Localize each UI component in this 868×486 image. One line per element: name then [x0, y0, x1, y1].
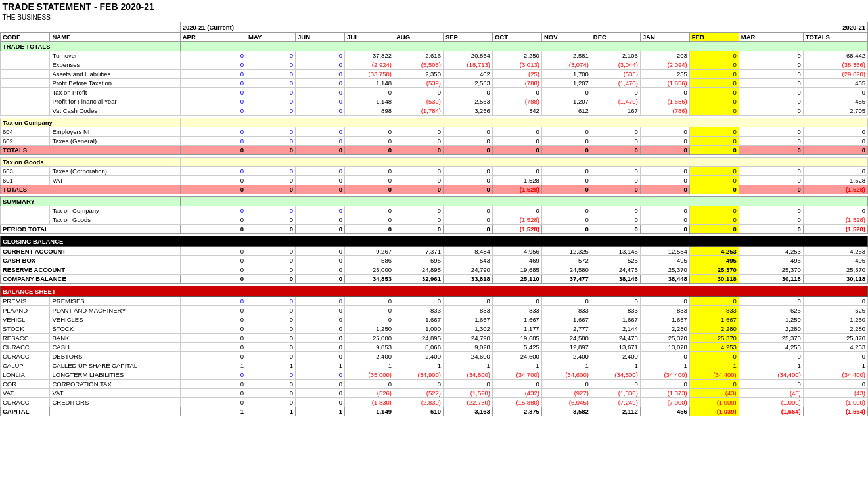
turnover-feb: 0 [689, 51, 739, 60]
bs-vat-row: VAT VAT 0 0 0 (526) (522) (1,528) (432) … [1, 388, 868, 397]
col-aug-header: AUG [394, 32, 443, 41]
subtitle-row: THE BUSINESS [1, 13, 868, 22]
calup-row: CALUP CALLED UP SHARE CAPITAL 1 1 1 1 1 … [1, 361, 868, 370]
turnover-mar: 0 [739, 51, 803, 60]
current-account-row: CURRENT ACCOUNT 0 0 0 9,267 7,371 8,484 … [1, 246, 868, 255]
summary-tax-goods-row: Tax on Goods 0 0 0 0 0 0 (1,528) 0 0 0 0… [1, 215, 868, 224]
closing-balance-header: CLOSING BALANCE [1, 236, 868, 246]
col-feb-header: FEB [689, 32, 739, 41]
employers-ni-row: 604 Employers NI 0 0 0 0 0 0 0 0 0 0 0 0… [1, 127, 868, 136]
col-dec-header: DEC [591, 32, 640, 41]
vat-cash-row: Vat Cash Codes 0 0 0 898 (1,784) 3,256 3… [1, 106, 868, 115]
col-jan-header: JAN [640, 32, 689, 41]
turnover-aug: 2,616 [394, 51, 443, 60]
turnover-jul: 37,822 [345, 51, 394, 60]
curacc-creditors-row: CURACC CREDITORS 0 0 0 (1,830) (2,830) (… [1, 397, 868, 407]
col-may-header: MAY [246, 32, 296, 41]
assets-row: Assets and Liabilities 0 0 0 (33,750) 2,… [1, 69, 868, 78]
expenses-name: Expenses [50, 60, 180, 69]
tax-company-totals-row: TOTALS 0 0 0 0 0 0 0 0 0 0 0 0 0 [1, 145, 868, 154]
business-name: THE BUSINESS [1, 13, 181, 22]
premis-row: PREMIS PREMISES 0 0 0 0 0 0 0 0 0 0 0 0 … [1, 296, 868, 305]
taxes-corp-row: 603 Taxes (Corporation) 0 0 0 0 0 0 0 0 … [1, 166, 868, 175]
col-jun-header: JUN [296, 32, 345, 41]
col-totals-header: TOTALS [803, 32, 867, 41]
totals-period-label: 2020-21 [739, 22, 867, 32]
lonlia-row: LONLIA LONGTERM LIABILITIES 0 0 0 (35,00… [1, 370, 868, 379]
profit-before-row: Profit Before Taxation 0 0 0 1,148 (539)… [1, 78, 868, 87]
turnover-sep: 20,864 [443, 51, 492, 60]
vehicl-row: VEHICL VEHICLES 0 0 0 0 1,667 1,667 1,66… [1, 315, 868, 324]
capital-row: CAPITAL 1 1 1 1,149 610 3,163 2,375 3,58… [1, 407, 868, 416]
period-total-row: PERIOD TOTAL 0 0 0 0 0 0 (1,528) 0 0 0 0… [1, 224, 868, 233]
stock-row: STOCK STOCK 0 0 0 1,250 1,000 1,302 1,17… [1, 324, 868, 333]
turnover-dec: 2,106 [591, 51, 640, 60]
col-sep-header: SEP [443, 32, 492, 41]
title-row: TRADE STATEMENT - FEB 2020-21 [1, 0, 868, 13]
cash-box-row: CASH BOX 0 0 0 586 695 543 469 572 525 4… [1, 255, 868, 265]
profit-financial-row: Profit for Financial Year 0 0 0 1,148 (5… [1, 97, 868, 106]
col-code-header: CODE [1, 32, 50, 41]
tax-goods-header: Tax on Goods [1, 157, 868, 166]
vat-row: 601 VAT 0 0 0 0 0 0 1,528 0 0 0 0 0 1,52… [1, 175, 868, 185]
period-header-row: 2020-21 (Current) 2020-21 [1, 22, 868, 32]
trade-statement-table: TRADE STATEMENT - FEB 2020-21 THE BUSINE… [0, 0, 868, 416]
turnover-total: 68,442 [803, 51, 867, 60]
reserve-account-row: RESERVE ACCOUNT 0 0 0 25,000 24,895 24,7… [1, 265, 868, 274]
plaand-row: PLAAND PLANT AND MACHINERY 0 0 0 0 833 8… [1, 305, 868, 315]
tax-profit-row: Tax on Profit 0 0 0 0 0 0 0 0 0 0 0 0 0 [1, 87, 868, 97]
col-apr-header: APR [180, 32, 246, 41]
summary-header: SUMMARY [1, 196, 868, 206]
balance-sheet-header: BALANCE SHEET [1, 286, 868, 296]
summary-tax-company-row: Tax on Company 0 0 0 0 0 0 0 0 0 0 0 0 0 [1, 206, 868, 215]
curacc-cash-row: CURACC CASH 0 0 0 9,853 8,066 9,028 5,42… [1, 342, 868, 351]
column-headers: CODE NAME APR MAY JUN JUL AUG SEP OCT NO… [1, 32, 868, 41]
turnover-jun: 0 [296, 51, 345, 60]
curacc-debtors-row: CURACC DEBTORS 0 0 0 2,400 2,400 24,600 … [1, 351, 868, 361]
taxes-general-row: 602 Taxes (General) 0 0 0 0 0 0 0 0 0 0 … [1, 136, 868, 145]
turnover-jan: 203 [640, 51, 689, 60]
resacc-row: RESACC BANK 0 0 0 25,000 24,895 24,790 1… [1, 333, 868, 342]
turnover-oct: 2,250 [492, 51, 541, 60]
cor-row: COR CORPORATION TAX 0 0 0 0 0 0 0 0 0 0 … [1, 379, 868, 388]
turnover-may: 0 [246, 51, 296, 60]
col-oct-header: OCT [492, 32, 541, 41]
col-mar-header: MAR [739, 32, 803, 41]
col-jul-header: JUL [345, 32, 394, 41]
trade-totals-label: TRADE TOTALS [1, 41, 181, 51]
turnover-apr: 0 [180, 51, 246, 60]
col-nov-header: NOV [541, 32, 591, 41]
expenses-row: Expenses 0 0 0 (2,924) (5,505) (18,713) … [1, 60, 868, 69]
expenses-code [1, 60, 50, 69]
turnover-row: Turnover 0 0 0 37,822 2,616 20,864 2,250… [1, 51, 868, 60]
turnover-name: Turnover [50, 51, 180, 60]
col-name-header: NAME [50, 32, 180, 41]
tax-company-header: Tax on Company [1, 118, 868, 127]
page-title: TRADE STATEMENT - FEB 2020-21 [1, 0, 181, 13]
turnover-nov: 2,581 [541, 51, 591, 60]
company-balance-row: COMPANY BALANCE 0 0 0 34,853 32,961 33,8… [1, 274, 868, 283]
tax-goods-totals-row: TOTALS 0 0 0 0 0 0 (1,528) 0 0 0 0 0 (1,… [1, 185, 868, 194]
trade-totals-header: TRADE TOTALS [1, 41, 868, 51]
period-label: 2020-21 (Current) [180, 22, 739, 32]
turnover-code [1, 51, 50, 60]
spreadsheet-container: TRADE STATEMENT - FEB 2020-21 THE BUSINE… [0, 0, 868, 486]
